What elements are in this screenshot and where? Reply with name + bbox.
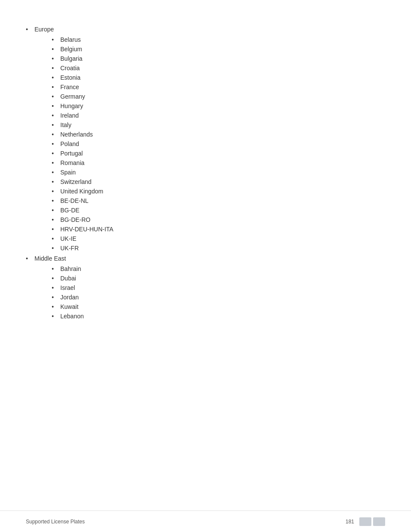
country-name: Croatia: [60, 65, 80, 72]
europe-label: Europe: [34, 26, 54, 33]
main-content: Europe BelarusBelgiumBulgariaCroatiaEsto…: [0, 0, 411, 358]
list-item: Switzerland: [52, 178, 385, 185]
list-item: Jordan: [52, 294, 385, 301]
list-item: Bulgaria: [52, 55, 385, 62]
list-item: BE-DE-NL: [52, 197, 385, 204]
country-name: Kuwait: [60, 303, 78, 310]
country-name: Switzerland: [60, 178, 91, 185]
country-name: Belgium: [60, 46, 82, 53]
country-name: Jordan: [60, 294, 79, 301]
footer-prev-btn[interactable]: [359, 517, 371, 526]
list-item: United Kingdom: [52, 188, 385, 195]
list-item: UK-IE: [52, 235, 385, 242]
list-item: Kuwait: [52, 303, 385, 310]
list-item: BG-DE: [52, 207, 385, 214]
country-name: Lebanon: [60, 313, 84, 320]
footer: Supported License Plates 181: [0, 510, 411, 532]
list-item: Portugal: [52, 150, 385, 157]
list-item: Romania: [52, 159, 385, 166]
country-name: Germany: [60, 93, 85, 100]
footer-page-number: 181: [346, 519, 354, 525]
country-name: BG-DE: [60, 207, 79, 214]
country-name: Poland: [60, 140, 79, 147]
list-item: Spain: [52, 169, 385, 176]
list-item: France: [52, 84, 385, 90]
country-name: Estonia: [60, 74, 81, 81]
country-name: Spain: [60, 169, 76, 176]
country-name: United Kingdom: [60, 188, 103, 195]
regions-list: Europe BelarusBelgiumBulgariaCroatiaEsto…: [26, 26, 385, 320]
country-name: BG-DE-RO: [60, 216, 90, 223]
country-name: UK-FR: [60, 245, 79, 252]
country-name: Belarus: [60, 36, 81, 43]
list-item: Croatia: [52, 65, 385, 72]
middleeast-countries-list: BahrainDubaiIsraelJordanKuwaitLebanon: [52, 265, 385, 320]
list-item: Poland: [52, 140, 385, 147]
country-name: Portugal: [60, 150, 83, 157]
footer-label: Supported License Plates: [26, 519, 85, 525]
list-item: Israel: [52, 284, 385, 291]
footer-page-area: 181: [346, 517, 385, 526]
list-item: Netherlands: [52, 131, 385, 138]
country-name: BE-DE-NL: [60, 197, 88, 204]
country-name: Bulgaria: [60, 55, 82, 62]
country-name: Dubai: [60, 275, 76, 282]
country-name: Bahrain: [60, 265, 81, 272]
footer-next-btn[interactable]: [373, 517, 385, 526]
list-item: HRV-DEU-HUN-ITA: [52, 226, 385, 233]
list-item: Belarus: [52, 36, 385, 43]
list-item: UK-FR: [52, 245, 385, 252]
list-item: Italy: [52, 121, 385, 128]
country-name: Israel: [60, 284, 75, 291]
list-item: Lebanon: [52, 313, 385, 320]
country-name: Hungary: [60, 103, 83, 109]
middleeast-label: Middle East: [34, 255, 66, 262]
europe-countries-list: BelarusBelgiumBulgariaCroatiaEstoniaFran…: [52, 36, 385, 252]
country-name: UK-IE: [60, 235, 76, 242]
country-name: Romania: [60, 159, 84, 166]
list-item: Dubai: [52, 275, 385, 282]
list-item: Hungary: [52, 103, 385, 109]
middleeast-region: Middle East BahrainDubaiIsraelJordanKuwa…: [26, 255, 385, 320]
list-item: Bahrain: [52, 265, 385, 272]
europe-region: Europe BelarusBelgiumBulgariaCroatiaEsto…: [26, 26, 385, 252]
list-item: Belgium: [52, 46, 385, 53]
country-name: HRV-DEU-HUN-ITA: [60, 226, 113, 233]
country-name: Ireland: [60, 112, 79, 119]
list-item: Germany: [52, 93, 385, 100]
footer-nav: [359, 517, 385, 526]
list-item: Estonia: [52, 74, 385, 81]
country-name: France: [60, 84, 79, 90]
country-name: Italy: [60, 121, 72, 128]
list-item: BG-DE-RO: [52, 216, 385, 223]
list-item: Ireland: [52, 112, 385, 119]
country-name: Netherlands: [60, 131, 93, 138]
